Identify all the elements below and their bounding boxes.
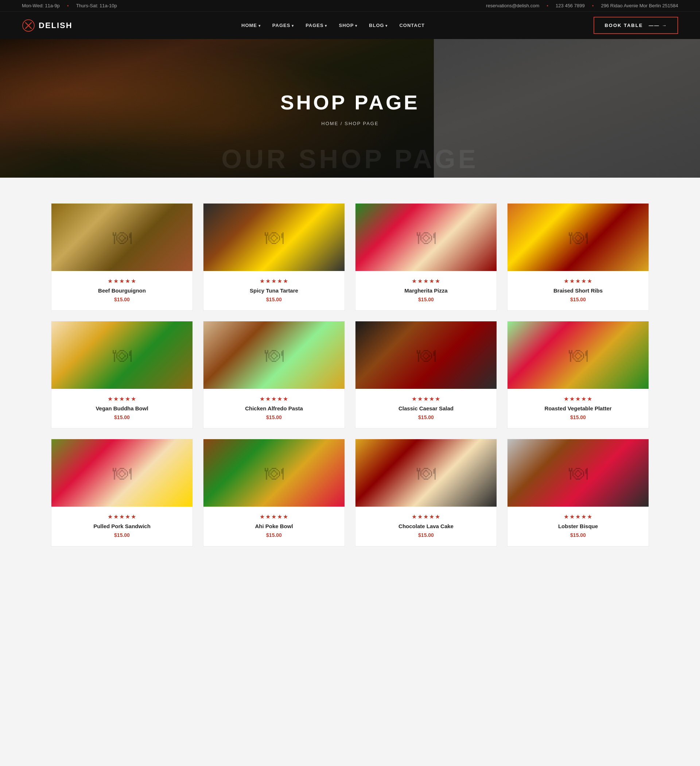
product-card[interactable]: 🍽 ★★★★★ Classic Caesar Salad $15.00 (355, 321, 497, 429)
product-image: 🍽 (51, 204, 193, 271)
hero-section: SHOP PAGE HOME / SHOP PAGE OUR SHOP PAGE (0, 39, 700, 178)
product-stars: ★★★★★ (211, 396, 337, 402)
book-table-arrow: —— → (649, 23, 667, 28)
product-name: Chocolate Lava Cake (363, 523, 489, 529)
product-name: Ahi Poke Bowl (211, 523, 337, 529)
product-info: ★★★★★ Pulled Pork Sandwich $15.00 (51, 506, 193, 546)
product-price: $15.00 (211, 296, 337, 302)
phone: 123 456 7899 (556, 3, 585, 8)
product-stars: ★★★★★ (211, 513, 337, 520)
product-stars: ★★★★★ (363, 278, 489, 285)
product-card[interactable]: 🍽 ★★★★★ Margherita Pizza $15.00 (355, 203, 497, 311)
nav-home[interactable]: HOME (241, 23, 261, 28)
product-name: Chicken Alfredo Pasta (211, 405, 337, 411)
nav-shop[interactable]: SHOP (339, 23, 357, 28)
product-price: $15.00 (515, 415, 641, 420)
product-price: $15.00 (363, 532, 489, 538)
product-image: 🍽 (507, 321, 649, 389)
product-image: 🍽 (51, 321, 193, 389)
nav-contact[interactable]: CONTACT (399, 23, 425, 28)
breadcrumb-sep: / (341, 121, 344, 126)
product-stars: ★★★★★ (211, 278, 337, 285)
product-price: $15.00 (515, 532, 641, 538)
top-bar-right: reservations@delish.com ● 123 456 7899 ●… (486, 3, 678, 8)
product-price: $15.00 (211, 532, 337, 538)
product-stars: ★★★★★ (59, 278, 185, 285)
product-card[interactable]: 🍽 ★★★★★ Chicken Alfredo Pasta $15.00 (203, 321, 345, 429)
product-info: ★★★★★ Chicken Alfredo Pasta $15.00 (204, 389, 344, 428)
product-info: ★★★★★ Classic Caesar Salad $15.00 (356, 389, 496, 428)
product-name: Margherita Pizza (363, 287, 489, 294)
address: 296 Ridao Avenie Mor Berlin 251584 (601, 3, 678, 8)
product-info: ★★★★★ Margherita Pizza $15.00 (356, 271, 496, 310)
product-info: ★★★★★ Beef Bourguignon $15.00 (51, 271, 193, 310)
product-card[interactable]: 🍽 ★★★★★ Vegan Buddha Bowl $15.00 (51, 321, 193, 429)
product-price: $15.00 (515, 296, 641, 302)
product-info: ★★★★★ Braised Short Ribs $15.00 (507, 271, 649, 310)
product-card[interactable]: 🍽 ★★★★★ Ahi Poke Bowl $15.00 (203, 439, 345, 546)
product-image: 🍽 (356, 439, 496, 506)
product-card[interactable]: 🍽 ★★★★★ Chocolate Lava Cake $15.00 (355, 439, 497, 546)
header: DELISH HOME PAGES PAGES SHOP BLOG CONTAC… (0, 11, 700, 39)
product-info: ★★★★★ Chocolate Lava Cake $15.00 (356, 506, 496, 546)
product-stars: ★★★★★ (59, 513, 185, 520)
product-name: Classic Caesar Salad (363, 405, 489, 411)
product-stars: ★★★★★ (515, 396, 641, 402)
nav-pages-1[interactable]: PAGES (272, 23, 294, 28)
product-info: ★★★★★ Spicy Tuna Tartare $15.00 (204, 271, 344, 310)
main-nav: HOME PAGES PAGES SHOP BLOG CONTACT (241, 23, 425, 28)
product-image: 🍽 (356, 204, 496, 271)
breadcrumb-home[interactable]: HOME (321, 121, 338, 126)
hero-title: SHOP PAGE (280, 90, 420, 114)
product-info: ★★★★★ Ahi Poke Bowl $15.00 (204, 506, 344, 546)
product-stars: ★★★★★ (515, 513, 641, 520)
email: reservations@delish.com (486, 3, 539, 8)
hero-watermark: OUR SHOP PAGE (221, 144, 478, 174)
nav-pages-2[interactable]: PAGES (305, 23, 327, 28)
top-bar: Mon-Wed: 11a-9p ● Thurs-Sat: 11a-10p res… (0, 0, 700, 11)
product-price: $15.00 (59, 532, 185, 538)
product-name: Pulled Pork Sandwich (59, 523, 185, 529)
logo-text: DELISH (39, 21, 73, 30)
product-card[interactable]: 🍽 ★★★★★ Spicy Tuna Tartare $15.00 (203, 203, 345, 311)
nav-blog[interactable]: BLOG (369, 23, 387, 28)
product-image: 🍽 (507, 204, 649, 271)
logo-icon (22, 19, 35, 32)
logo[interactable]: DELISH (22, 19, 73, 32)
product-stars: ★★★★★ (515, 278, 641, 285)
dot-1: ● (67, 4, 69, 7)
product-image: 🍽 (507, 439, 649, 506)
product-image: 🍽 (51, 439, 193, 506)
shop-section: 🍽 ★★★★★ Beef Bourguignon $15.00 🍽 ★★★★★ … (0, 178, 700, 576)
product-card[interactable]: 🍽 ★★★★★ Pulled Pork Sandwich $15.00 (51, 439, 193, 546)
product-image: 🍽 (204, 321, 344, 389)
product-price: $15.00 (59, 415, 185, 420)
breadcrumb-current: SHOP PAGE (344, 121, 378, 126)
product-name: Lobster Bisque (515, 523, 641, 529)
product-card[interactable]: 🍽 ★★★★★ Lobster Bisque $15.00 (507, 439, 649, 546)
product-image: 🍽 (356, 321, 496, 389)
product-stars: ★★★★★ (59, 396, 185, 402)
hero-content: SHOP PAGE HOME / SHOP PAGE (280, 90, 420, 126)
product-name: Spicy Tuna Tartare (211, 287, 337, 294)
product-stars: ★★★★★ (363, 396, 489, 402)
product-name: Beef Bourguignon (59, 287, 185, 294)
product-stars: ★★★★★ (363, 513, 489, 520)
hero-breadcrumb: HOME / SHOP PAGE (280, 121, 420, 126)
product-price: $15.00 (59, 296, 185, 302)
product-card[interactable]: 🍽 ★★★★★ Beef Bourguignon $15.00 (51, 203, 193, 311)
product-price: $15.00 (363, 415, 489, 420)
dot-2: ● (547, 4, 548, 7)
product-image: 🍽 (204, 439, 344, 506)
product-card[interactable]: 🍽 ★★★★★ Roasted Vegetable Platter $15.00 (507, 321, 649, 429)
products-grid: 🍽 ★★★★★ Beef Bourguignon $15.00 🍽 ★★★★★ … (51, 203, 649, 546)
product-name: Braised Short Ribs (515, 287, 641, 294)
book-table-label: BOOK TABLE (605, 23, 643, 28)
product-card[interactable]: 🍽 ★★★★★ Braised Short Ribs $15.00 (507, 203, 649, 311)
book-table-button[interactable]: BOOK TABLE —— → (594, 17, 678, 34)
product-price: $15.00 (211, 415, 337, 420)
product-price: $15.00 (363, 296, 489, 302)
product-name: Vegan Buddha Bowl (59, 405, 185, 411)
dot-3: ● (592, 4, 594, 7)
hours-weekend: Thurs-Sat: 11a-10p (76, 3, 117, 8)
